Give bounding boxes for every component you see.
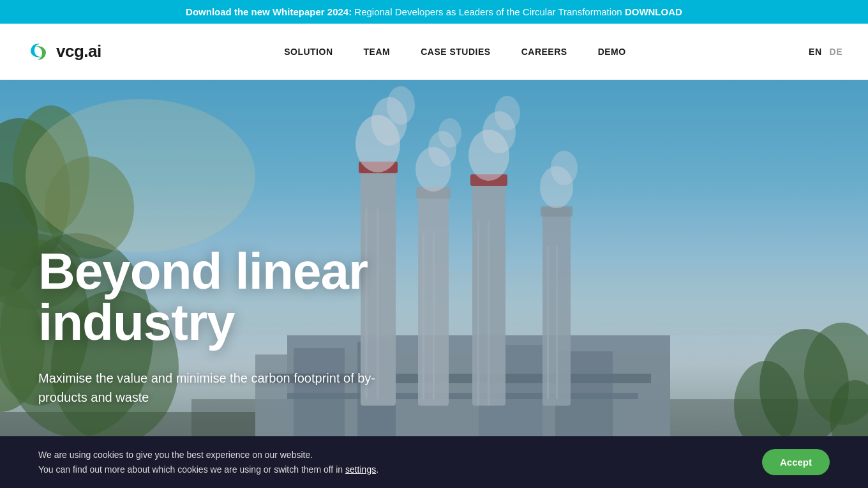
nav-solution[interactable]: SOLUTION bbox=[284, 47, 333, 57]
header: vcg.ai SOLUTION TEAM CASE STUDIES CAREER… bbox=[0, 24, 868, 80]
lang-en-button[interactable]: EN bbox=[809, 47, 821, 57]
announcement-bar: Download the new Whitepaper 2024: Region… bbox=[0, 0, 868, 24]
logo[interactable]: vcg.ai bbox=[26, 39, 101, 65]
cookie-banner: We are using cookies to give you the bes… bbox=[0, 436, 868, 486]
nav-careers[interactable]: CAREERS bbox=[521, 47, 567, 57]
announcement-bold: Download the new Whitepaper 2024: bbox=[186, 6, 352, 17]
download-link[interactable]: DOWNLOAD bbox=[625, 6, 682, 17]
announcement-text: Regional Developers as Leaders of the Ci… bbox=[354, 6, 625, 17]
logo-text: vcg.ai bbox=[56, 42, 101, 61]
cookie-settings-link[interactable]: settings bbox=[345, 464, 376, 475]
hero-section: Beyond linear industry Maximise the valu… bbox=[0, 80, 868, 486]
hero-title: Beyond linear industry bbox=[38, 246, 408, 348]
logo-icon bbox=[26, 39, 51, 65]
nav-demo[interactable]: DEMO bbox=[598, 47, 626, 57]
nav-case-studies[interactable]: CASE STUDIES bbox=[421, 47, 490, 57]
cookie-text: We are using cookies to give you the bes… bbox=[38, 448, 378, 477]
lang-switcher: EN DE bbox=[809, 47, 842, 57]
lang-de-button[interactable]: DE bbox=[830, 47, 842, 57]
nav-team[interactable]: TEAM bbox=[364, 47, 391, 57]
hero-subtitle: Maximise the value and minimise the carb… bbox=[38, 369, 383, 407]
hero-content: Beyond linear industry Maximise the valu… bbox=[0, 195, 447, 432]
cookie-accept-button[interactable]: Accept bbox=[762, 449, 830, 475]
main-nav: SOLUTION TEAM CASE STUDIES CAREERS DEMO bbox=[284, 47, 625, 57]
